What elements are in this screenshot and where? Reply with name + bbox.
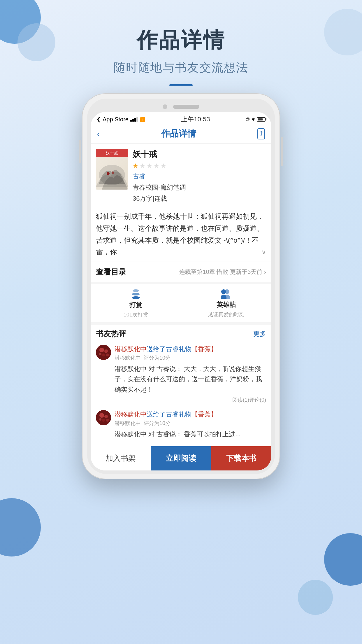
review-user-info-2: 潜移默化中 评分为10分 [115, 420, 266, 427]
book-genre: 青春校园-魔幻笔调 [133, 183, 266, 192]
toc-info: 连载至第10章 惜败 更新于3天前 › [179, 268, 266, 276]
book-cover: 妖十戒 [96, 149, 128, 190]
reviews-header: 书友热评 更多 [91, 325, 271, 342]
tip-label: 打赏 [129, 301, 142, 309]
status-time: 上午10:53 [181, 115, 210, 124]
bottom-buttons: 加入书架 立即阅读 下载本书 [91, 446, 271, 470]
phone-outer: ❮ App Store 📶 上午10:53 [82, 93, 280, 479]
svg-text:妖十戒: 妖十戒 [106, 151, 118, 155]
star-2: ★ [140, 162, 145, 170]
svg-point-17 [99, 418, 101, 421]
hero-post-action[interactable]: 英雄帖 见证真爱的时刻 [181, 284, 272, 322]
signal-bar-2 [132, 119, 134, 122]
svg-point-18 [106, 419, 109, 422]
tip-count: 101次打赏 [124, 311, 148, 318]
page-title: 作品详情 [0, 26, 362, 54]
svg-rect-13 [96, 410, 111, 425]
svg-point-8 [99, 348, 104, 352]
svg-point-16 [102, 419, 105, 422]
add-to-shelf-button[interactable]: 加入书架 [91, 446, 151, 470]
book-title: 妖十戒 [133, 149, 266, 160]
tip-action[interactable]: 打赏 101次打赏 [91, 284, 181, 322]
page-subtitle: 随时随地与书友交流想法 [0, 60, 362, 76]
svg-point-11 [99, 353, 101, 355]
read-now-button[interactable]: 立即阅读 [151, 446, 211, 470]
page-background: 作品详情 随时随地与书友交流想法 ❮ [0, 0, 362, 644]
nav-back-button[interactable]: ‹ [97, 129, 100, 139]
desc-expand-icon[interactable]: ∨ [261, 247, 266, 258]
page-header: 作品详情 随时随地与书友交流想法 [0, 0, 362, 86]
toc-row[interactable]: 查看目录 连载至第10章 惜败 更新于3天前 › [91, 262, 271, 284]
hero-post-label: 英雄帖 [217, 300, 236, 309]
book-info-section: 妖十戒 妖十戒 ★ ★ ★ ★ ★ 古睿 [91, 144, 271, 207]
hero-post-icon [221, 289, 232, 299]
download-button[interactable]: 下载本书 [211, 446, 271, 470]
reviews-section: 书友热评 更多 [91, 325, 271, 446]
lock-icon: @ [246, 117, 250, 122]
review-avatar-1 [96, 345, 111, 360]
review-title-2[interactable]: 潜移默化中送给了古睿礼物【香蕉】 [115, 410, 266, 419]
review-avatar-2 [96, 410, 111, 425]
svg-point-3 [107, 172, 110, 175]
svg-rect-7 [96, 345, 111, 360]
status-left: ❮ App Store 📶 [96, 116, 145, 123]
svg-point-4 [112, 172, 114, 174]
phone-volume-button [79, 140, 81, 163]
nav-share-button[interactable]: ⤴ [257, 128, 265, 139]
star-1: ★ [133, 162, 138, 170]
svg-point-14 [99, 413, 104, 418]
review-top-1: 潜移默化中送给了古睿礼物【香蕉】 潜移默化中 评分为10分 [96, 345, 266, 361]
svg-point-12 [106, 354, 109, 356]
nav-title: 作品详情 [161, 128, 196, 140]
review-item-1: 潜移默化中送给了古睿礼物【香蕉】 潜移默化中 评分为10分 潜移默化中 对 古睿… [91, 342, 271, 407]
book-description: 狐仙祠一别成千年，他杀她十世；狐仙祠再遇如初见，他守她一生。这个故事讲的是道，也… [91, 207, 271, 262]
toc-chevron-icon: › [264, 269, 266, 275]
book-cover-image: 妖十戒 [96, 149, 128, 190]
battery-icon [257, 117, 266, 122]
signal-bar-4 [136, 117, 138, 122]
review-top-2: 潜移默化中送给了古睿礼物【香蕉】 潜移默化中 评分为10分 [96, 410, 266, 427]
reviews-title: 书友热评 [96, 329, 126, 339]
svg-point-10 [102, 354, 105, 356]
phone-power-button [281, 137, 283, 166]
signal-bar-3 [134, 118, 136, 122]
chapter-info: 连载至第10章 惜败 [179, 268, 228, 276]
status-bar: ❮ App Store 📶 上午10:53 [91, 112, 271, 125]
book-meta: 36万字|连载 [133, 194, 266, 203]
review-meta-1: 潜移默化中送给了古睿礼物【香蕉】 潜移默化中 评分为10分 [115, 345, 266, 361]
review-footer-1: 阅读(1)评论(0) [96, 396, 266, 403]
review-meta-2: 潜移默化中送给了古睿礼物【香蕉】 潜移默化中 评分为10分 [115, 410, 266, 427]
book-details: 妖十戒 ★ ★ ★ ★ ★ 古睿 青春校园-魔幻笔调 36万字|连载 [133, 149, 266, 203]
svg-point-15 [104, 415, 108, 418]
back-arrow-status: ❮ [96, 116, 101, 123]
svg-point-9 [104, 349, 108, 353]
phone-speaker [173, 105, 199, 109]
phone-screen: ❮ App Store 📶 上午10:53 [91, 112, 271, 470]
review-item-2: 潜移默化中送给了古睿礼物【香蕉】 潜移默化中 评分为10分 潜移默化中 对 古睿… [91, 407, 271, 443]
book-author[interactable]: 古睿 [133, 172, 266, 181]
book-description-text: 狐仙祠一别成千年，他杀她十世；狐仙祠再遇如初见，他守她一生。这个故事讲的是道，也… [96, 212, 264, 256]
bg-circle-5 [324, 533, 362, 586]
avatar-image-1 [96, 345, 111, 360]
carrier-name: App Store [103, 116, 129, 123]
nav-bar: ‹ 作品详情 ⤴ [91, 125, 271, 144]
toc-label: 查看目录 [96, 267, 126, 277]
star-3: ★ [147, 162, 152, 170]
star-5: ★ [161, 162, 166, 170]
phone-mockup: ❮ App Store 📶 上午10:53 [82, 93, 280, 479]
avatar-image-2 [96, 410, 111, 425]
wifi-icon: 📶 [140, 117, 145, 122]
bg-circle-4 [0, 498, 41, 556]
hero-post-sub: 见证真爱的时刻 [208, 311, 245, 318]
phone-camera [163, 104, 167, 109]
tip-icon [132, 289, 140, 299]
reviews-more-button[interactable]: 更多 [253, 330, 266, 338]
actions-row: 打赏 101次打赏 英雄帖 见证真爱的时刻 [91, 284, 271, 325]
signal-bars [130, 117, 138, 122]
update-info: 更新于3天前 [230, 268, 262, 276]
status-right: @ ✱ [246, 117, 266, 122]
review-title-1[interactable]: 潜移默化中送给了古睿礼物【香蕉】 [115, 345, 266, 354]
phone-top-bar [91, 102, 271, 112]
signal-bar-1 [130, 120, 132, 122]
battery-fill [258, 118, 263, 120]
